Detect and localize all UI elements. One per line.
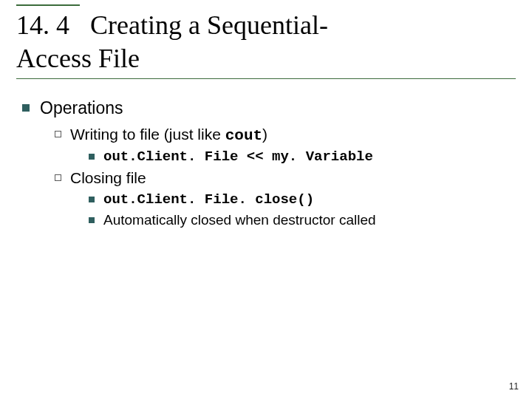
lvl2-text: Writing to file (just like cout): [70, 126, 267, 144]
lvl3-text: Automatically closed when destructor cal…: [103, 212, 376, 228]
list-item: Operations: [22, 98, 513, 118]
list-item: out.Client. File << my. Variable: [89, 149, 513, 165]
list-item: Automatically closed when destructor cal…: [89, 212, 513, 228]
square-bullet-icon: [89, 154, 95, 160]
title-underline: [16, 78, 516, 79]
list-item: out.Client. File. close(): [89, 191, 513, 208]
title-block: 14. 4Creating a Sequential- Access File: [16, 9, 516, 83]
hollow-square-bullet-icon: [55, 131, 61, 137]
list-item: Closing file: [55, 169, 513, 187]
section-number: 14. 4: [16, 10, 69, 40]
slide-body: Operations Writing to file (just like co…: [16, 83, 516, 228]
slide-title: 14. 4Creating a Sequential- Access File: [16, 9, 516, 75]
title-accent-rule: [16, 4, 80, 6]
square-bullet-icon: [22, 104, 30, 112]
title-text-part1: Creating a Sequential-: [90, 10, 328, 40]
square-bullet-icon: [89, 197, 95, 202]
page-number: 11: [509, 381, 519, 392]
hollow-square-bullet-icon: [55, 174, 61, 181]
lvl2-text: Closing file: [70, 169, 146, 187]
list-item: Writing to file (just like cout): [55, 126, 513, 144]
square-bullet-icon: [89, 217, 95, 223]
title-text-part2: Access File: [16, 44, 140, 73]
lvl3-code: out.Client. File. close(): [103, 191, 314, 208]
lvl3-code: out.Client. File << my. Variable: [103, 149, 373, 165]
lvl1-text: Operations: [40, 98, 123, 118]
